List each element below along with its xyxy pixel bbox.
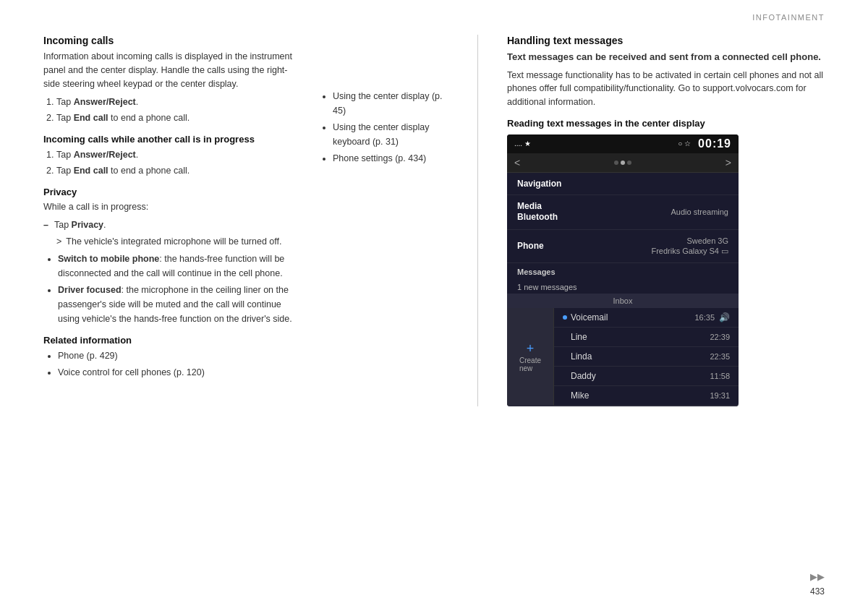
inbox-mike[interactable]: Mike 19:31 bbox=[554, 386, 739, 406]
inbox-line[interactable]: Line 22:39 bbox=[554, 328, 739, 347]
left-column: Incoming calls Information about incomin… bbox=[43, 35, 318, 406]
privacy-bullets: Switch to mobile phone: the hands-free f… bbox=[58, 252, 297, 326]
incoming-calls-steps: Tap Answer/Reject. Tap End call to end a… bbox=[56, 95, 297, 125]
step-2: Tap End call to end a phone call. bbox=[56, 111, 297, 125]
privacy-tap-text: Tap Privacy. bbox=[54, 218, 106, 232]
phone-time: 00:19 bbox=[698, 137, 731, 150]
phone-label: Phone bbox=[517, 241, 544, 251]
media-label: MediaBluetooth bbox=[517, 201, 558, 223]
center-display-link[interactable]: Using the center display (p. 45) bbox=[333, 89, 456, 118]
incoming-calls-title: Incoming calls bbox=[43, 35, 297, 46]
progress-step-2: Tap End call to end a phone call. bbox=[56, 163, 297, 178]
step-1: Tap Answer/Reject. bbox=[56, 95, 297, 109]
related-info-bullets: Phone (p. 429) Voice control for cell ph… bbox=[58, 349, 297, 380]
arrow-symbol: > bbox=[56, 235, 61, 249]
page-footer: ▶▶ 433 bbox=[0, 564, 868, 604]
inbox-list: Voicemail 16:35 🔊 Line 22:39 bbox=[554, 308, 739, 406]
phone-signal: .... ★ bbox=[514, 140, 531, 148]
middle-column: Using the center display (p. 45) Using t… bbox=[318, 35, 477, 406]
incoming-calls-desc: Information about incoming calls is disp… bbox=[43, 50, 297, 90]
phone-menu-navigation[interactable]: Navigation bbox=[507, 173, 739, 195]
dot-3 bbox=[627, 161, 631, 165]
driver-focused-bullet: Driver focused: the microphone in the ce… bbox=[58, 283, 297, 326]
daddy-name: Daddy bbox=[563, 371, 710, 381]
inbox-linda[interactable]: Linda 22:35 bbox=[554, 347, 739, 367]
phone-inbox-actions: + Createnew Voicemail 16:35 🔊 bbox=[507, 308, 739, 406]
privacy-title: Privacy bbox=[43, 187, 297, 197]
next-page-arrows[interactable]: ▶▶ bbox=[810, 571, 825, 582]
handling-text-intro: Text messages can be received and sent f… bbox=[507, 50, 825, 64]
linda-time: 22:35 bbox=[710, 352, 730, 361]
dot-2 bbox=[621, 161, 625, 165]
switch-mobile-bullet: Switch to mobile phone: the hands-free f… bbox=[58, 252, 297, 281]
phone-status-bar: .... ★ ○ ☆ 00:19 bbox=[507, 134, 739, 153]
voicemail-name: Voicemail bbox=[571, 312, 694, 322]
inbox-voicemail[interactable]: Voicemail 16:35 🔊 bbox=[554, 308, 739, 328]
related-voice[interactable]: Voice control for cell phones (p. 120) bbox=[58, 365, 297, 380]
plus-icon: + bbox=[527, 341, 535, 356]
incoming-calls-progress-title: Incoming calls while another call is in … bbox=[43, 134, 297, 145]
forward-chevron[interactable]: > bbox=[726, 157, 731, 168]
mike-name: Mike bbox=[563, 390, 710, 401]
phone-menu-media[interactable]: MediaBluetooth Audio streaming bbox=[507, 195, 739, 230]
phone-inbox-header: Inbox bbox=[507, 294, 739, 308]
create-new-button[interactable]: + Createnew bbox=[507, 308, 554, 406]
back-chevron[interactable]: < bbox=[514, 157, 520, 168]
mike-time: 19:31 bbox=[710, 391, 730, 400]
page-number: 433 bbox=[810, 586, 825, 597]
dash-symbol: – bbox=[43, 218, 48, 232]
progress-step-1: Tap Answer/Reject. bbox=[56, 148, 297, 162]
middle-bullets: Using the center display (p. 45) Using t… bbox=[333, 89, 456, 166]
phone-icons: ○ ☆ bbox=[678, 140, 691, 148]
new-messages-count: 1 new messages bbox=[507, 281, 739, 294]
navigation-label: Navigation bbox=[517, 179, 561, 189]
phone-screenshot: .... ★ ○ ☆ 00:19 < bbox=[507, 134, 739, 406]
privacy-arrow-item: > The vehicle's integrated microphone wi… bbox=[43, 235, 297, 249]
reading-text-title: Reading text messages in the center disp… bbox=[507, 118, 825, 129]
privacy-intro: While a call is in progress: bbox=[43, 200, 297, 214]
phone-messages-header: Messages bbox=[507, 263, 739, 281]
privacy-dash-item: – Tap Privacy. bbox=[43, 218, 297, 232]
speaker-icon: 🔊 bbox=[719, 312, 730, 322]
phone-settings-link[interactable]: Phone settings (p. 434) bbox=[333, 151, 456, 166]
related-phone[interactable]: Phone (p. 429) bbox=[58, 349, 297, 363]
privacy-microphone-text: The vehicle's integrated microphone will… bbox=[66, 235, 281, 249]
media-value: Audio streaming bbox=[671, 208, 729, 216]
handling-text-title: Handling text messages bbox=[507, 35, 825, 46]
line-name: Line bbox=[563, 332, 710, 342]
right-column: Handling text messages Text messages can… bbox=[478, 35, 825, 406]
phone-value: Sweden 3GFredriks Galaxy S4 ▭ bbox=[651, 236, 728, 257]
incoming-calls-progress-steps: Tap Answer/Reject. Tap End call to end a… bbox=[56, 148, 297, 178]
daddy-time: 11:58 bbox=[710, 372, 730, 380]
dot-1 bbox=[614, 161, 618, 165]
inbox-label: Inbox bbox=[613, 296, 633, 305]
line-time: 22:39 bbox=[710, 333, 730, 341]
main-content: Incoming calls Information about incomin… bbox=[0, 27, 868, 406]
phone-nav-bar: < > bbox=[507, 153, 739, 173]
related-info-title: Related information bbox=[43, 335, 297, 346]
footer-right: ▶▶ 433 bbox=[810, 571, 825, 597]
voicemail-time: 16:35 bbox=[694, 313, 715, 322]
linda-name: Linda bbox=[563, 351, 710, 362]
page-header: INFOTAINMENT bbox=[0, 0, 868, 27]
create-new-label: Createnew bbox=[519, 356, 541, 372]
phone-status-right: ○ ☆ 00:19 bbox=[678, 137, 731, 150]
voicemail-dot bbox=[563, 315, 567, 320]
center-keyboard-link[interactable]: Using the center display keyboard (p. 31… bbox=[333, 120, 456, 149]
right-col-inner: Handling text messages Text messages can… bbox=[493, 35, 825, 406]
phone-menu-phone[interactable]: Phone Sweden 3GFredriks Galaxy S4 ▭ bbox=[507, 230, 739, 263]
nav-dots bbox=[614, 161, 631, 165]
handling-text-desc: Text message functionality has to be act… bbox=[507, 69, 825, 109]
messages-title: Messages bbox=[517, 268, 556, 276]
inbox-daddy[interactable]: Daddy 11:58 bbox=[554, 367, 739, 386]
page: INFOTAINMENT Incoming calls Information … bbox=[0, 0, 868, 611]
phone-status-left: .... ★ bbox=[514, 140, 531, 148]
section-title: INFOTAINMENT bbox=[752, 13, 825, 22]
